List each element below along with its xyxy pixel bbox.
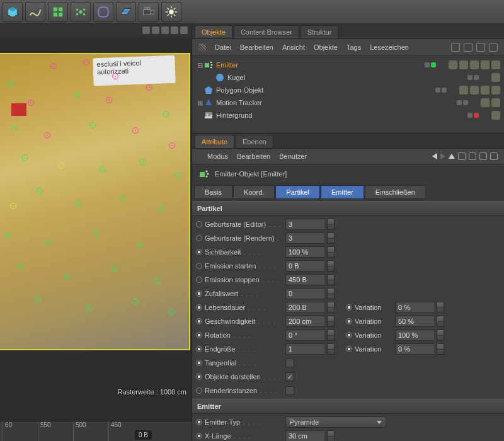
spinner-icon[interactable]: [437, 302, 444, 313]
spinner-icon[interactable]: [327, 232, 335, 244]
nav-back-icon[interactable]: [432, 153, 437, 159]
tracker-point[interactable]: [5, 232, 11, 238]
tracker-point[interactable]: [137, 242, 144, 248]
tracker-point[interactable]: [11, 125, 18, 131]
spinner-icon[interactable]: [327, 430, 335, 441]
spinner-icon[interactable]: [327, 246, 335, 258]
tracker-point[interactable]: [175, 173, 181, 179]
tracker-point[interactable]: [44, 132, 50, 139]
menu-modus[interactable]: Modus: [207, 152, 228, 160]
param-radio[interactable]: [346, 346, 352, 352]
tracker-point[interactable]: [169, 142, 175, 149]
vp-icon[interactable]: [171, 26, 178, 34]
tracker-point[interactable]: [37, 188, 43, 194]
tracker-point[interactable]: [159, 205, 165, 212]
vp-icon[interactable]: [152, 26, 159, 34]
tracker-point[interactable]: [21, 155, 28, 161]
tag-icons[interactable]: [491, 111, 500, 120]
param-radio[interactable]: [196, 263, 202, 269]
variation-input[interactable]: 50 %: [395, 316, 434, 327]
tool-light-icon[interactable]: [161, 2, 181, 22]
tracker-point[interactable]: [112, 73, 118, 79]
variation-input[interactable]: 0 %: [395, 302, 434, 313]
param-radio[interactable]: [196, 221, 202, 227]
tracker-point[interactable]: [112, 266, 118, 272]
nav-fwd-icon[interactable]: [440, 153, 445, 159]
tracker-point[interactable]: [58, 163, 64, 169]
vp-icon[interactable]: [180, 26, 188, 34]
link-icon[interactable]: [469, 152, 476, 160]
param-input[interactable]: 0: [285, 288, 324, 299]
tab-attribute[interactable]: Attribute: [195, 135, 234, 148]
menu-benutzer[interactable]: Benutzer: [279, 152, 307, 160]
object-name[interactable]: Hintergrund: [216, 112, 292, 119]
grip-icon[interactable]: [198, 43, 206, 51]
object-name[interactable]: Motion Tracker: [216, 99, 292, 106]
param-input[interactable]: 1: [285, 343, 324, 355]
param-radio[interactable]: [196, 360, 202, 366]
tracker-point[interactable]: [10, 203, 16, 209]
param-input[interactable]: 100 %: [285, 246, 324, 258]
tracker-point[interactable]: [163, 111, 169, 117]
home-icon[interactable]: [464, 43, 472, 52]
param-radio[interactable]: [196, 235, 202, 241]
object-name[interactable]: Polygon-Objekt: [216, 86, 292, 94]
mode-einschliessen[interactable]: Einschließen: [365, 185, 426, 199]
param-radio[interactable]: [346, 318, 352, 324]
param-select[interactable]: Pyramide: [285, 416, 386, 428]
expand-icon[interactable]: [476, 43, 485, 52]
param-radio[interactable]: [196, 387, 202, 394]
param-checkbox[interactable]: [285, 372, 294, 381]
tracker-point[interactable]: [86, 305, 92, 311]
mode-emitter[interactable]: Emitter: [321, 185, 364, 199]
param-radio[interactable]: [196, 304, 202, 311]
timeline-current[interactable]: 0 B: [135, 430, 152, 440]
tool-cube-icon[interactable]: [3, 2, 23, 22]
expand-icon[interactable]: ⊟: [196, 61, 203, 69]
param-input[interactable]: 200 cm: [285, 316, 324, 327]
spinner-icon[interactable]: [327, 219, 335, 230]
object-name[interactable]: Emitter: [216, 61, 292, 69]
tag-icons[interactable]: [481, 98, 500, 107]
vp-icon[interactable]: [161, 26, 169, 34]
param-radio[interactable]: [196, 346, 202, 352]
popup-menu-icon[interactable]: [490, 152, 498, 160]
tree-row-hintergrund[interactable]: Hintergrund: [193, 109, 503, 122]
tag-icons[interactable]: [449, 60, 500, 69]
spinner-icon[interactable]: [327, 302, 335, 313]
variation-input[interactable]: 100 %: [395, 329, 434, 341]
tracker-point[interactable]: [76, 200, 82, 207]
param-input[interactable]: 450 B: [285, 274, 324, 285]
object-tree[interactable]: ⊟EmitterKugelPolygon-Objekt⊞Motion Track…: [192, 56, 504, 133]
menu-objekte[interactable]: Objekte: [314, 43, 338, 51]
tracker-point[interactable]: [146, 84, 152, 91]
tracker-point[interactable]: [132, 127, 139, 134]
tracker-point[interactable]: [45, 239, 52, 246]
tracker-point[interactable]: [169, 309, 175, 315]
spinner-icon[interactable]: [437, 316, 444, 327]
tab-struktur[interactable]: Struktur: [301, 25, 339, 38]
param-radio[interactable]: [196, 249, 202, 255]
menu-ansicht[interactable]: Ansicht: [282, 43, 305, 51]
tracker-point[interactable]: [100, 166, 106, 173]
param-checkbox[interactable]: [285, 386, 294, 395]
search-icon[interactable]: [451, 43, 460, 52]
param-radio[interactable]: [346, 332, 352, 338]
param-input[interactable]: 0 °: [285, 329, 324, 341]
tree-row-polygon-objekt[interactable]: Polygon-Objekt: [193, 84, 503, 96]
spinner-icon[interactable]: [327, 260, 335, 272]
tracker-point[interactable]: [155, 278, 161, 285]
tracker-point[interactable]: [106, 97, 112, 103]
tree-row-emitter[interactable]: ⊟Emitter: [193, 59, 503, 71]
param-input[interactable]: 0 B: [285, 260, 324, 272]
tracker-point[interactable]: [93, 231, 100, 237]
param-radio[interactable]: [196, 277, 202, 283]
spinner-icon[interactable]: [327, 329, 335, 341]
spinner-icon[interactable]: [327, 343, 335, 355]
tracker-point[interactable]: [64, 273, 71, 280]
menu-tags[interactable]: Tags: [346, 43, 361, 51]
viewport-3d[interactable]: esclusi i veicol autorizzati Rasterweite…: [0, 38, 192, 421]
tree-row-kugel[interactable]: Kugel: [193, 71, 503, 84]
param-radio[interactable]: [196, 374, 202, 380]
param-radio[interactable]: [196, 332, 202, 338]
